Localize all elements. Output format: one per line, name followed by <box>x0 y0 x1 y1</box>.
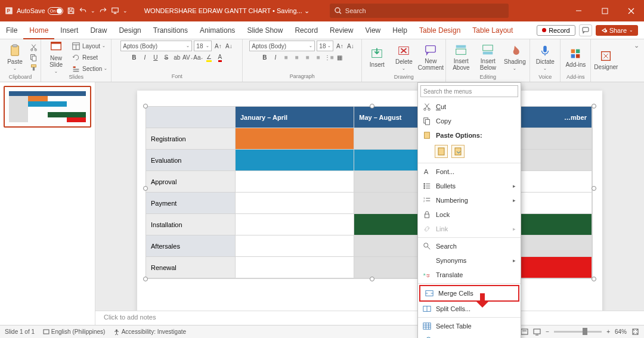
grow-font-icon[interactable]: A↑ <box>335 42 344 51</box>
tab-record[interactable]: Record <box>289 21 324 39</box>
ctx-merge-cells[interactable]: Merge Cells <box>420 286 518 300</box>
insert-below-button[interactable]: Insert Below <box>475 41 500 74</box>
selection-handle[interactable] <box>370 277 374 281</box>
ctx-select-table[interactable]: Select Table <box>418 319 521 333</box>
ctx-synonyms[interactable]: Synonyms▸ <box>418 253 521 268</box>
font-family-select[interactable]: Aptos (Body)⌄ <box>120 41 192 51</box>
ctx-lock[interactable]: Lock <box>418 207 521 222</box>
border-icon[interactable]: ▦ <box>335 53 344 62</box>
maximize-button[interactable] <box>592 0 618 21</box>
zoom-level[interactable]: 64% <box>615 328 627 335</box>
insert-above-button[interactable]: Insert Above <box>448 41 473 74</box>
record-button[interactable]: Record <box>537 25 575 36</box>
comments-button[interactable] <box>579 24 592 36</box>
paste-keep-source[interactable] <box>435 145 448 158</box>
selection-handle[interactable] <box>592 186 596 191</box>
bullets-icon[interactable]: ⋮≡ <box>324 53 333 62</box>
tab-table-layout[interactable]: Table Layout <box>466 21 519 39</box>
slide-canvas[interactable]: January – April May – August …mber Regis… <box>95 82 644 325</box>
strike-button[interactable]: S <box>162 53 171 62</box>
ctx-bullets[interactable]: Bullets▸ <box>418 179 521 193</box>
tab-table-design[interactable]: Table Design <box>413 21 466 39</box>
tab-draw[interactable]: Draw <box>84 21 113 39</box>
zoom-in-button[interactable]: + <box>606 328 610 335</box>
increase-font-icon[interactable]: A↑ <box>213 42 222 51</box>
section-button[interactable]: Section⌄ <box>70 64 109 74</box>
change-case-button[interactable]: Aa⌄ <box>194 53 203 62</box>
document-title[interactable]: WONDERSHARE EDRAW GANTT CHART • Saving..… <box>144 7 309 15</box>
undo-icon[interactable] <box>79 7 87 15</box>
tab-help[interactable]: Help <box>386 21 413 39</box>
underline-button[interactable]: U <box>151 53 160 62</box>
header-cell-1[interactable]: January – April <box>236 107 354 128</box>
italic-button[interactable]: I <box>140 53 149 62</box>
reading-view-icon[interactable] <box>521 328 528 336</box>
paste-match-dest[interactable] <box>451 145 465 158</box>
fit-window-icon[interactable] <box>631 328 639 336</box>
new-comment-button[interactable]: New Comment <box>418 41 443 74</box>
tab-transitions[interactable]: Transitions <box>147 21 194 39</box>
tab-animations[interactable]: Animations <box>194 21 241 39</box>
selection-handle[interactable] <box>370 104 374 108</box>
autosave-toggle[interactable]: AutoSave On <box>17 7 63 15</box>
bold-button-2[interactable]: B <box>260 53 269 62</box>
font-color-button[interactable]: A <box>215 53 224 62</box>
font-size-select-2[interactable]: 18⌄ <box>317 41 333 51</box>
ctx-copy[interactable]: Copy <box>418 114 521 128</box>
designer-button[interactable]: Designer <box>593 44 618 77</box>
layout-button[interactable]: Layout⌄ <box>70 41 109 51</box>
ctx-format-shape[interactable]: Format Shape... <box>418 333 521 338</box>
notes-pane[interactable]: Click to add notes <box>95 311 644 325</box>
status-slide[interactable]: Slide 1 of 1 <box>5 328 35 335</box>
status-lang[interactable]: English (Philippines) <box>43 328 105 335</box>
redo-icon[interactable] <box>99 7 107 15</box>
align-center-icon[interactable]: ≡ <box>292 53 301 62</box>
selection-handle[interactable] <box>143 104 148 108</box>
zoom-slider[interactable] <box>554 331 602 333</box>
justify-icon[interactable]: ≡ <box>314 53 323 62</box>
minimize-button[interactable] <box>565 0 592 21</box>
present-icon[interactable] <box>111 7 119 15</box>
shading-button[interactable]: Shading⌄ <box>502 41 527 74</box>
status-accessibility[interactable]: Accessibility: Investigate <box>113 328 186 335</box>
addins-button[interactable]: Add-ins <box>563 41 588 74</box>
header-cell-0[interactable] <box>146 107 236 128</box>
decrease-font-icon[interactable]: A↓ <box>224 42 233 51</box>
tab-home[interactable]: Home <box>23 21 54 39</box>
reset-button[interactable]: Reset <box>70 52 109 63</box>
shadow-button[interactable]: ab <box>172 53 181 62</box>
tab-slideshow[interactable]: Slide Show <box>241 21 289 39</box>
tab-file[interactable]: File <box>0 21 23 39</box>
ctx-numbering[interactable]: 12Numbering▸ <box>418 193 521 207</box>
ctx-split-cells[interactable]: Split Cells... <box>418 302 521 316</box>
delete-button[interactable]: Delete⌄ <box>391 41 416 74</box>
tab-insert[interactable]: Insert <box>54 21 84 39</box>
share-button[interactable]: Share⌄ <box>596 25 638 36</box>
gantt-table[interactable]: January – April May – August …mber Regis… <box>145 106 593 279</box>
char-spacing-button[interactable]: AV⌄ <box>183 53 192 62</box>
tab-design[interactable]: Design <box>113 21 147 39</box>
tab-view[interactable]: View <box>359 21 386 39</box>
ctx-search-input[interactable]: Search the menus <box>420 85 518 97</box>
new-slide-button[interactable]: New Slide⌄ <box>44 41 69 74</box>
highlight-button[interactable]: ∠ <box>205 53 213 62</box>
selection-handle[interactable] <box>143 277 148 281</box>
align-right-icon[interactable]: ≡ <box>303 53 312 62</box>
save-icon[interactable] <box>67 7 75 15</box>
format-painter-icon[interactable] <box>29 63 38 72</box>
ctx-search[interactable]: Search <box>418 239 521 253</box>
font-size-select[interactable]: 18⌄ <box>194 41 212 51</box>
bold-button[interactable]: B <box>129 53 138 62</box>
ribbon-collapse-button[interactable]: ⌄ <box>629 39 644 82</box>
ctx-translate[interactable]: a字Translate <box>418 268 521 282</box>
selection-handle[interactable] <box>143 186 148 191</box>
slideshow-view-icon[interactable] <box>533 328 541 336</box>
copy-icon[interactable] <box>29 53 38 62</box>
ctx-cut[interactable]: Cut <box>418 100 521 114</box>
tab-review[interactable]: Review <box>324 21 359 39</box>
paste-button[interactable]: Paste⌄ <box>2 41 27 74</box>
align-left-icon[interactable]: ≡ <box>281 53 290 62</box>
search-bar[interactable]: Search <box>330 4 509 18</box>
selection-handle[interactable] <box>592 104 596 108</box>
close-button[interactable] <box>618 0 644 21</box>
